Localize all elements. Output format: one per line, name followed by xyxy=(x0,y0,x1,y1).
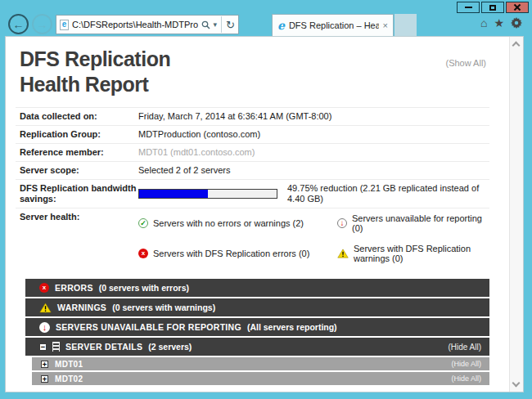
section-title: ERRORS xyxy=(55,283,93,293)
field-label: Server scope: xyxy=(20,165,138,176)
favorites-star-icon[interactable]: ★ xyxy=(494,17,504,29)
back-button[interactable]: ← xyxy=(8,14,29,34)
field-server-scope: Server scope: Selected 2 of 2 servers xyxy=(16,161,489,179)
server-name: MDT02 xyxy=(55,374,83,383)
page-title: DFS Replication Health Report xyxy=(16,47,489,97)
address-bar[interactable]: e C:\DFSReports\Health-MDTProduction-07M… xyxy=(56,15,239,34)
window-controls xyxy=(457,2,529,13)
close-icon xyxy=(513,4,521,11)
unavailable-icon: ↓ xyxy=(39,322,50,333)
section-detail: (All servers reporting) xyxy=(247,322,337,332)
health-text: Servers with no errors or warnings (2) xyxy=(153,218,304,228)
field-server-health: Server health: ✓ Servers with no errors … xyxy=(16,208,489,271)
settings-gear-icon[interactable] xyxy=(511,17,522,29)
section-detail: (0 servers with errors) xyxy=(99,283,189,293)
server-row-mdt02[interactable]: + MDT02 (Hide All) xyxy=(32,372,489,385)
expand-expander-icon[interactable]: + xyxy=(41,375,48,383)
section-detail: (0 servers with warnings) xyxy=(112,303,215,312)
field-value: MDTProduction (contoso.com) xyxy=(138,129,260,140)
hide-all-link[interactable]: (Hide All) xyxy=(451,360,481,368)
collapse-expander-icon[interactable]: − xyxy=(39,343,47,351)
home-icon[interactable]: ⌂ xyxy=(480,17,487,29)
error-icon: x xyxy=(39,283,49,293)
field-label: Replication Group: xyxy=(20,129,138,140)
health-text: Servers with DFS Replication errors (0) xyxy=(153,249,309,258)
section-server-details[interactable]: − SERVER DETAILS (2 servers) (Hide All) xyxy=(25,338,489,356)
new-tab-button[interactable] xyxy=(394,14,417,36)
section-warnings[interactable]: WARNINGS (0 servers with warnings) xyxy=(25,298,489,316)
ie-logo-icon: e xyxy=(277,20,285,31)
server-row-mdt01[interactable]: + MDT01 (Hide All) xyxy=(32,357,489,370)
page-content: DFS Replication Health Report (Show All)… xyxy=(5,36,524,392)
bandwidth-progress-fill xyxy=(139,190,208,198)
minimize-button[interactable] xyxy=(457,2,480,13)
warning-icon xyxy=(337,249,349,258)
tab-title: DFS Replication – Health Re... xyxy=(289,20,379,30)
section-title: WARNINGS xyxy=(57,303,106,312)
address-input[interactable]: C:\DFSReports\Health-MDTProduction-07Ma xyxy=(72,20,198,29)
health-report: DFS Replication Health Report (Show All)… xyxy=(6,37,509,392)
expand-expander-icon[interactable]: + xyxy=(41,361,48,368)
server-health-summary: ✓ Servers with no errors or warnings (2)… xyxy=(138,212,489,268)
back-icon: ← xyxy=(13,18,25,31)
section-unavailable[interactable]: ↓ SERVERS UNAVAILABLE FOR REPORTING (All… xyxy=(25,318,489,336)
field-label: Reference member: xyxy=(20,147,138,158)
search-icon[interactable] xyxy=(201,20,210,29)
section-title: SERVER DETAILS xyxy=(65,342,142,352)
hide-all-link[interactable]: (Hide All) xyxy=(448,343,481,352)
scroll-down-icon[interactable] xyxy=(512,379,521,388)
forward-icon: → xyxy=(37,18,48,31)
warning-icon xyxy=(39,303,52,313)
section-detail: (2 servers) xyxy=(148,342,192,352)
field-reference-member: Reference member: MDT01 (mdt01.contoso.c… xyxy=(16,143,489,161)
report-summary: Data collected on: Friday, March 7, 2014… xyxy=(16,107,489,271)
field-label: Server health: xyxy=(20,212,138,222)
unavailable-icon: ↓ xyxy=(337,218,347,228)
field-replication-group: Replication Group: MDTProduction (contos… xyxy=(16,125,489,143)
field-value: Selected 2 of 2 servers xyxy=(138,165,231,176)
hide-all-link[interactable]: (Hide All) xyxy=(451,374,481,383)
address-dropdown-icon[interactable]: ▾ xyxy=(214,20,218,29)
refresh-icon[interactable]: ↻ xyxy=(221,16,235,33)
section-errors[interactable]: x ERRORS (0 servers with errors) xyxy=(25,279,489,297)
scroll-up-icon[interactable] xyxy=(512,42,521,50)
close-button[interactable] xyxy=(506,2,529,13)
report-sections: x ERRORS (0 servers with errors) WARNING… xyxy=(25,279,489,385)
health-text: Servers with DFS Replication warnings (0… xyxy=(354,244,489,263)
minimize-icon xyxy=(465,7,472,8)
field-bandwidth-savings: DFS Replication bandwidth savings: 49.75… xyxy=(16,179,489,208)
health-item-unavailable: ↓ Servers unavailable for reporting (0) xyxy=(337,213,489,233)
field-label: Data collected on: xyxy=(20,111,138,122)
browser-window: ← → e C:\DFSReports\Health-MDTProduction… xyxy=(0,0,532,399)
field-label: DFS Replication bandwidth savings: xyxy=(20,183,138,204)
vertical-scrollbar[interactable] xyxy=(509,37,523,392)
field-value: Friday, March 7, 2014 at 6:36:41 AM (GMT… xyxy=(138,111,331,122)
field-data-collected: Data collected on: Friday, March 7, 2014… xyxy=(16,107,489,125)
ok-icon: ✓ xyxy=(138,218,148,228)
maximize-button[interactable] xyxy=(481,2,504,13)
show-all-link[interactable]: (Show All) xyxy=(445,58,486,68)
forward-button[interactable]: → xyxy=(32,14,52,34)
section-title: SERVERS UNAVAILABLE FOR REPORTING xyxy=(56,322,241,332)
bandwidth-progress-bar xyxy=(138,189,277,199)
tab-close-icon[interactable]: × xyxy=(383,20,388,30)
health-item-errors: x Servers with DFS Replication errors (0… xyxy=(138,244,337,263)
health-item-warnings: Servers with DFS Replication warnings (0… xyxy=(337,244,489,263)
browser-tab[interactable]: e DFS Replication – Health Re... × xyxy=(272,14,394,36)
maximize-icon xyxy=(489,5,496,11)
bandwidth-text: 49.75% reduction (2.21 GB replicated ins… xyxy=(287,183,489,204)
error-icon: x xyxy=(138,249,148,258)
server-icon xyxy=(52,342,60,352)
ie-page-icon: e xyxy=(60,20,69,30)
health-text: Servers unavailable for reporting (0) xyxy=(352,213,489,233)
browser-toolbar: ⌂ ★ xyxy=(480,17,522,29)
health-item-ok: ✓ Servers with no errors or warnings (2) xyxy=(138,213,337,233)
server-name: MDT01 xyxy=(55,360,83,369)
field-value: MDT01 (mdt01.contoso.com) xyxy=(138,147,255,158)
